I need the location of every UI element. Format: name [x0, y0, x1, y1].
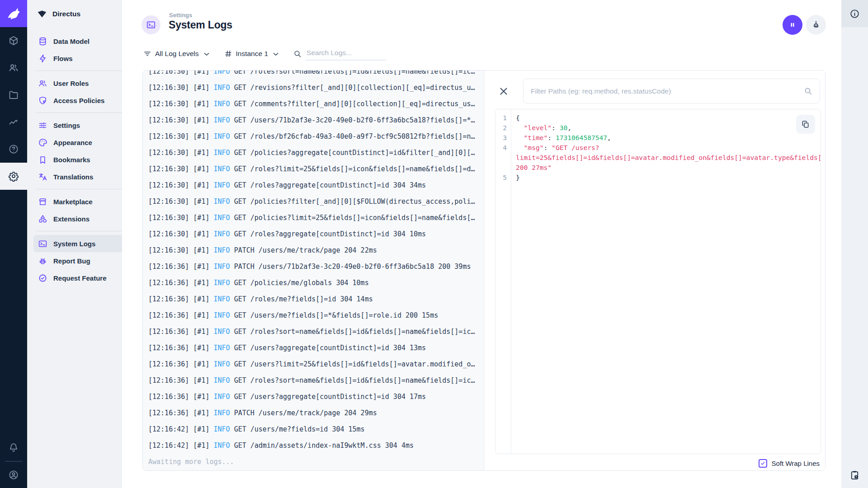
log-row[interactable]: [12:16:30] [#1] INFO GET /roles?limit=25…	[148, 161, 478, 177]
log-timestamp: [12:16:30] [#1]	[148, 100, 214, 108]
log-row[interactable]: [12:16:42] [#1] INFO GET /admin/assets/i…	[148, 437, 478, 454]
log-message: GET /policies?aggregate[countDistinct]=i…	[230, 149, 475, 157]
code-line: 4 "msg": "GET /users?limit=25&fields[]=i…	[495, 143, 821, 173]
soft-wrap-checkbox[interactable]	[759, 459, 767, 468]
users-icon	[38, 79, 47, 88]
nav-item-label: Marketplace	[53, 198, 93, 206]
nav-item-access-policies[interactable]: Access Policies	[33, 92, 122, 109]
code-lines: 1{2 "level": 30,3 "time": 1731064587547,…	[495, 109, 821, 183]
notifications-button[interactable]	[0, 435, 27, 461]
shield-person-icon	[38, 96, 47, 105]
check-icon	[760, 460, 766, 466]
log-row[interactable]: [12:16:36] [#1] INFO GET /users?aggregat…	[148, 389, 478, 405]
log-row[interactable]: [12:16:36] [#1] INFO GET /users?limit=25…	[148, 356, 478, 372]
log-row[interactable]: [12:16:30] [#1] INFO GET /users/71b2af3e…	[148, 112, 478, 128]
log-level: INFO	[214, 295, 230, 303]
log-row[interactable]: [12:16:30] [#1] INFO GET /policies?limit…	[148, 210, 478, 226]
translate-icon	[38, 172, 47, 182]
nav-item-marketplace[interactable]: Marketplace	[33, 193, 122, 210]
log-message: GET /admin/assets/index-naI9wktM.css 304…	[230, 441, 414, 450]
log-rows: [12:16:30] [#1] INFO GET /roles?sort=nam…	[148, 70, 478, 454]
log-row[interactable]: [12:16:42] [#1] INFO GET /users/me?field…	[148, 421, 478, 437]
log-row[interactable]: [12:16:36] [#1] INFO GET /policies/me/gl…	[148, 275, 478, 291]
nav-item-request-feature[interactable]: Request Feature	[33, 269, 122, 286]
log-level: INFO	[214, 344, 230, 352]
log-scroll: [12:16:30] [#1] INFO GET /roles?sort=nam…	[143, 70, 484, 470]
nav-item-label: Data Model	[53, 38, 90, 45]
bookmark-icon	[38, 155, 47, 164]
directus-logo[interactable]	[0, 0, 27, 27]
project-name: Directus	[52, 10, 80, 18]
log-row[interactable]: [12:16:30] [#1] INFO PATCH /users/me/tra…	[148, 242, 478, 258]
log-row[interactable]: [12:16:36] [#1] INFO GET /roles/me?field…	[148, 291, 478, 307]
module-docs-button[interactable]	[0, 136, 27, 163]
search-logs-input[interactable]	[306, 47, 386, 61]
nav-item-label: Access Policies	[53, 97, 104, 104]
tune-icon	[38, 121, 47, 130]
nav-item-settings[interactable]: Settings	[33, 117, 122, 134]
log-row[interactable]: [12:16:30] [#1] INFO GET /roles/bf26cfab…	[148, 128, 478, 145]
log-row[interactable]: [12:16:30] [#1] INFO GET /comments?filte…	[148, 96, 478, 112]
module-insights-button[interactable]	[0, 108, 27, 136]
log-row[interactable]: [12:16:36] [#1] INFO GET /roles?sort=nam…	[148, 324, 478, 340]
nav-item-report-bug[interactable]: Report Bug	[33, 252, 122, 269]
log-list-pane[interactable]: [12:16:30] [#1] INFO GET /roles?sort=nam…	[143, 70, 484, 470]
account-button[interactable]	[0, 462, 27, 488]
log-message: GET /roles/me?fields[]=id 304 14ms	[230, 295, 373, 303]
log-timestamp: [12:16:30] [#1]	[148, 197, 214, 206]
module-content-button[interactable]	[0, 27, 27, 54]
log-row[interactable]: [12:16:30] [#1] INFO GET /revisions?filt…	[148, 80, 478, 96]
nav-item-bookmarks[interactable]: Bookmarks	[33, 151, 122, 168]
nav-item-label: Settings	[53, 122, 80, 129]
info-sidebar-button[interactable]	[841, 0, 868, 27]
log-row[interactable]: [12:16:30] [#1] INFO GET /policies?aggre…	[148, 145, 478, 161]
log-level-filter[interactable]: All Log Levels	[143, 49, 210, 58]
clear-logs-button[interactable]	[806, 15, 826, 35]
log-message: GET /users/71b2af3e-3c20-49e0-b2f0-6ff3a…	[230, 116, 475, 124]
log-row[interactable]: [12:16:36] [#1] INFO GET /users/me?field…	[148, 307, 478, 324]
log-level: INFO	[214, 360, 230, 368]
log-row[interactable]: [12:16:30] [#1] INFO GET /policies?filte…	[148, 193, 478, 210]
nav-item-flows[interactable]: Flows	[33, 50, 122, 67]
nav-item-user-roles[interactable]: User Roles	[33, 75, 122, 92]
log-timestamp: [12:16:36] [#1]	[148, 376, 214, 385]
clipboard-history-button[interactable]	[841, 462, 868, 488]
instance-filter[interactable]: Instance 1	[224, 49, 280, 58]
soft-wrap-label: Soft Wrap Lines	[772, 460, 820, 467]
module-files-button[interactable]	[0, 81, 27, 108]
nav-item-translations[interactable]: Translations	[33, 168, 122, 185]
module-users-button[interactable]	[0, 54, 27, 81]
filter-paths-input[interactable]	[523, 79, 820, 103]
close-detail-button[interactable]	[498, 85, 509, 97]
log-row[interactable]: [12:16:30] [#1] INFO GET /roles?aggregat…	[148, 226, 478, 242]
pause-logs-button[interactable]	[783, 15, 802, 35]
copy-json-button[interactable]	[796, 115, 815, 134]
project-header[interactable]: Directus	[27, 0, 122, 28]
code-line: 5}	[495, 173, 821, 183]
info-icon	[849, 9, 860, 19]
log-detail-code-block: 1{2 "level": 30,3 "time": 1731064587547,…	[495, 109, 821, 454]
log-level: INFO	[214, 409, 230, 417]
nav-item-label: Request Feature	[53, 274, 107, 282]
module-settings-button[interactable]	[0, 163, 27, 190]
page-icon-badge[interactable]	[142, 15, 160, 34]
box-icon	[8, 35, 19, 46]
log-row[interactable]: [12:16:30] [#1] INFO GET /roles?aggregat…	[148, 177, 478, 193]
log-row[interactable]: [12:16:36] [#1] INFO GET /users?aggregat…	[148, 340, 478, 356]
nav-item-label: Translations	[53, 173, 93, 181]
category-icon	[38, 214, 47, 224]
log-row[interactable]: [12:16:30] [#1] INFO GET /roles?sort=nam…	[148, 70, 478, 80]
nav-item-appearance[interactable]: Appearance	[33, 134, 122, 151]
log-level: INFO	[214, 328, 230, 336]
database-icon	[38, 37, 47, 46]
log-row[interactable]: [12:16:36] [#1] INFO GET /roles?sort=nam…	[148, 372, 478, 389]
log-row[interactable]: [12:16:36] [#1] INFO PATCH /users/me/tra…	[148, 405, 478, 421]
log-level: INFO	[214, 132, 230, 141]
terminal-icon	[146, 20, 156, 30]
log-level: INFO	[214, 263, 230, 271]
nav-item-system-logs[interactable]: System Logs	[33, 235, 122, 252]
module-bar-bottom	[0, 435, 27, 488]
nav-item-data-model[interactable]: Data Model	[33, 33, 122, 50]
nav-item-extensions[interactable]: Extensions	[33, 210, 122, 227]
log-row[interactable]: [12:16:36] [#1] INFO PATCH /users/71b2af…	[148, 258, 478, 275]
